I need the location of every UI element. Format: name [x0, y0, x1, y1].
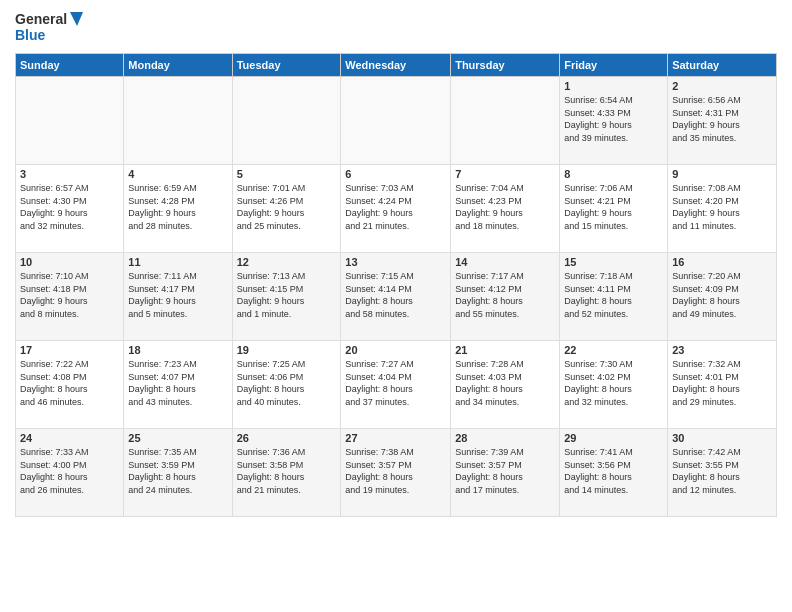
day-number: 11: [128, 256, 227, 268]
calendar-cell: 20Sunrise: 7:27 AM Sunset: 4:04 PM Dayli…: [341, 341, 451, 429]
calendar-cell: [341, 77, 451, 165]
calendar-cell: 18Sunrise: 7:23 AM Sunset: 4:07 PM Dayli…: [124, 341, 232, 429]
calendar-cell: 15Sunrise: 7:18 AM Sunset: 4:11 PM Dayli…: [560, 253, 668, 341]
day-number: 5: [237, 168, 337, 180]
weekday-header-friday: Friday: [560, 54, 668, 77]
day-number: 19: [237, 344, 337, 356]
day-info: Sunrise: 6:57 AM Sunset: 4:30 PM Dayligh…: [20, 182, 119, 232]
day-number: 25: [128, 432, 227, 444]
day-number: 24: [20, 432, 119, 444]
week-row-3: 17Sunrise: 7:22 AM Sunset: 4:08 PM Dayli…: [16, 341, 777, 429]
day-info: Sunrise: 7:11 AM Sunset: 4:17 PM Dayligh…: [128, 270, 227, 320]
page: GeneralBlue SundayMondayTuesdayWednesday…: [0, 0, 792, 612]
calendar-cell: 28Sunrise: 7:39 AM Sunset: 3:57 PM Dayli…: [451, 429, 560, 517]
calendar-cell: 2Sunrise: 6:56 AM Sunset: 4:31 PM Daylig…: [668, 77, 777, 165]
calendar-cell: 27Sunrise: 7:38 AM Sunset: 3:57 PM Dayli…: [341, 429, 451, 517]
week-row-4: 24Sunrise: 7:33 AM Sunset: 4:00 PM Dayli…: [16, 429, 777, 517]
day-info: Sunrise: 7:15 AM Sunset: 4:14 PM Dayligh…: [345, 270, 446, 320]
day-info: Sunrise: 7:10 AM Sunset: 4:18 PM Dayligh…: [20, 270, 119, 320]
day-number: 16: [672, 256, 772, 268]
calendar-cell: 12Sunrise: 7:13 AM Sunset: 4:15 PM Dayli…: [232, 253, 341, 341]
calendar-cell: 8Sunrise: 7:06 AM Sunset: 4:21 PM Daylig…: [560, 165, 668, 253]
calendar-cell: 4Sunrise: 6:59 AM Sunset: 4:28 PM Daylig…: [124, 165, 232, 253]
header: GeneralBlue: [15, 10, 777, 45]
day-info: Sunrise: 6:54 AM Sunset: 4:33 PM Dayligh…: [564, 94, 663, 144]
day-number: 20: [345, 344, 446, 356]
week-row-1: 3Sunrise: 6:57 AM Sunset: 4:30 PM Daylig…: [16, 165, 777, 253]
day-number: 23: [672, 344, 772, 356]
day-info: Sunrise: 7:03 AM Sunset: 4:24 PM Dayligh…: [345, 182, 446, 232]
day-number: 21: [455, 344, 555, 356]
day-info: Sunrise: 7:23 AM Sunset: 4:07 PM Dayligh…: [128, 358, 227, 408]
day-info: Sunrise: 7:25 AM Sunset: 4:06 PM Dayligh…: [237, 358, 337, 408]
day-info: Sunrise: 7:35 AM Sunset: 3:59 PM Dayligh…: [128, 446, 227, 496]
day-info: Sunrise: 7:06 AM Sunset: 4:21 PM Dayligh…: [564, 182, 663, 232]
logo-icon: GeneralBlue: [15, 10, 85, 45]
weekday-header-tuesday: Tuesday: [232, 54, 341, 77]
day-info: Sunrise: 7:22 AM Sunset: 4:08 PM Dayligh…: [20, 358, 119, 408]
day-number: 10: [20, 256, 119, 268]
day-info: Sunrise: 7:36 AM Sunset: 3:58 PM Dayligh…: [237, 446, 337, 496]
day-number: 28: [455, 432, 555, 444]
calendar-cell: 19Sunrise: 7:25 AM Sunset: 4:06 PM Dayli…: [232, 341, 341, 429]
calendar-cell: 11Sunrise: 7:11 AM Sunset: 4:17 PM Dayli…: [124, 253, 232, 341]
calendar-cell: 5Sunrise: 7:01 AM Sunset: 4:26 PM Daylig…: [232, 165, 341, 253]
calendar-cell: 6Sunrise: 7:03 AM Sunset: 4:24 PM Daylig…: [341, 165, 451, 253]
calendar-cell: [124, 77, 232, 165]
day-number: 1: [564, 80, 663, 92]
weekday-header-thursday: Thursday: [451, 54, 560, 77]
day-number: 14: [455, 256, 555, 268]
day-number: 29: [564, 432, 663, 444]
day-info: Sunrise: 7:42 AM Sunset: 3:55 PM Dayligh…: [672, 446, 772, 496]
day-info: Sunrise: 7:01 AM Sunset: 4:26 PM Dayligh…: [237, 182, 337, 232]
day-number: 17: [20, 344, 119, 356]
calendar-cell: 14Sunrise: 7:17 AM Sunset: 4:12 PM Dayli…: [451, 253, 560, 341]
day-number: 3: [20, 168, 119, 180]
calendar-cell: 9Sunrise: 7:08 AM Sunset: 4:20 PM Daylig…: [668, 165, 777, 253]
day-info: Sunrise: 7:39 AM Sunset: 3:57 PM Dayligh…: [455, 446, 555, 496]
calendar-cell: 21Sunrise: 7:28 AM Sunset: 4:03 PM Dayli…: [451, 341, 560, 429]
calendar-cell: 16Sunrise: 7:20 AM Sunset: 4:09 PM Dayli…: [668, 253, 777, 341]
day-number: 8: [564, 168, 663, 180]
day-info: Sunrise: 7:28 AM Sunset: 4:03 PM Dayligh…: [455, 358, 555, 408]
week-row-2: 10Sunrise: 7:10 AM Sunset: 4:18 PM Dayli…: [16, 253, 777, 341]
day-number: 15: [564, 256, 663, 268]
calendar-cell: 10Sunrise: 7:10 AM Sunset: 4:18 PM Dayli…: [16, 253, 124, 341]
day-number: 12: [237, 256, 337, 268]
week-row-0: 1Sunrise: 6:54 AM Sunset: 4:33 PM Daylig…: [16, 77, 777, 165]
day-number: 4: [128, 168, 227, 180]
day-info: Sunrise: 7:33 AM Sunset: 4:00 PM Dayligh…: [20, 446, 119, 496]
day-number: 9: [672, 168, 772, 180]
day-number: 18: [128, 344, 227, 356]
day-info: Sunrise: 7:32 AM Sunset: 4:01 PM Dayligh…: [672, 358, 772, 408]
svg-text:General: General: [15, 11, 67, 27]
weekday-header-wednesday: Wednesday: [341, 54, 451, 77]
day-info: Sunrise: 7:30 AM Sunset: 4:02 PM Dayligh…: [564, 358, 663, 408]
calendar-cell: 1Sunrise: 6:54 AM Sunset: 4:33 PM Daylig…: [560, 77, 668, 165]
day-number: 22: [564, 344, 663, 356]
calendar-cell: 7Sunrise: 7:04 AM Sunset: 4:23 PM Daylig…: [451, 165, 560, 253]
day-info: Sunrise: 7:27 AM Sunset: 4:04 PM Dayligh…: [345, 358, 446, 408]
day-info: Sunrise: 7:04 AM Sunset: 4:23 PM Dayligh…: [455, 182, 555, 232]
day-info: Sunrise: 6:56 AM Sunset: 4:31 PM Dayligh…: [672, 94, 772, 144]
calendar-cell: 3Sunrise: 6:57 AM Sunset: 4:30 PM Daylig…: [16, 165, 124, 253]
day-info: Sunrise: 7:38 AM Sunset: 3:57 PM Dayligh…: [345, 446, 446, 496]
day-number: 26: [237, 432, 337, 444]
calendar: SundayMondayTuesdayWednesdayThursdayFrid…: [15, 53, 777, 517]
day-number: 7: [455, 168, 555, 180]
calendar-cell: [16, 77, 124, 165]
calendar-cell: [232, 77, 341, 165]
day-number: 13: [345, 256, 446, 268]
day-info: Sunrise: 7:20 AM Sunset: 4:09 PM Dayligh…: [672, 270, 772, 320]
logo: GeneralBlue: [15, 10, 85, 45]
day-info: Sunrise: 7:41 AM Sunset: 3:56 PM Dayligh…: [564, 446, 663, 496]
weekday-header-row: SundayMondayTuesdayWednesdayThursdayFrid…: [16, 54, 777, 77]
day-info: Sunrise: 6:59 AM Sunset: 4:28 PM Dayligh…: [128, 182, 227, 232]
weekday-header-saturday: Saturday: [668, 54, 777, 77]
calendar-cell: 29Sunrise: 7:41 AM Sunset: 3:56 PM Dayli…: [560, 429, 668, 517]
day-number: 6: [345, 168, 446, 180]
weekday-header-sunday: Sunday: [16, 54, 124, 77]
day-info: Sunrise: 7:18 AM Sunset: 4:11 PM Dayligh…: [564, 270, 663, 320]
calendar-cell: 22Sunrise: 7:30 AM Sunset: 4:02 PM Dayli…: [560, 341, 668, 429]
calendar-cell: 13Sunrise: 7:15 AM Sunset: 4:14 PM Dayli…: [341, 253, 451, 341]
